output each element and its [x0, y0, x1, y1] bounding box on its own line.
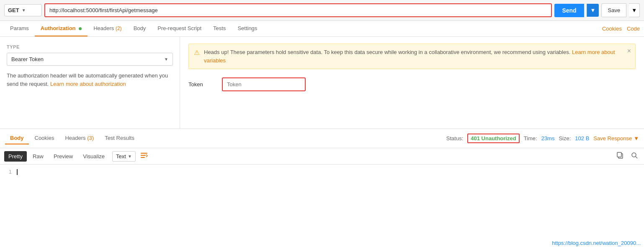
- cursor: [17, 169, 18, 175]
- response-tabs: Body Cookies Headers (3) Test Results: [5, 132, 139, 144]
- resp-tab-body-label: Body: [10, 135, 24, 141]
- size-label: Size:: [559, 135, 571, 142]
- alert-icon: ⚠: [194, 49, 200, 57]
- svg-point-5: [632, 153, 636, 157]
- svg-rect-1: [141, 155, 146, 156]
- response-header: Body Cookies Headers (3) Test Results St…: [0, 129, 644, 148]
- line-number-1: 1: [0, 169, 17, 175]
- top-bar: GET ▼ Send ▼ Save ▼: [0, 0, 644, 21]
- url-input[interactable]: [45, 4, 551, 16]
- tab-tests-label: Tests: [213, 25, 226, 31]
- copy-icon[interactable]: [615, 151, 626, 162]
- fmt-raw-label: Raw: [33, 153, 44, 160]
- tab-params-label: Params: [10, 25, 29, 31]
- resp-tab-body[interactable]: Body: [5, 132, 29, 144]
- fmt-preview-label: Preview: [54, 153, 73, 160]
- method-value: GET: [8, 7, 19, 13]
- save-dropdown-button[interactable]: ▼: [629, 3, 640, 17]
- method-chevron-icon: ▼: [22, 8, 26, 13]
- tab-body-label: Body: [134, 25, 146, 31]
- response-meta: Status: 401 Unauthorized Time: 23ms Size…: [446, 134, 639, 143]
- resp-tab-cookies[interactable]: Cookies: [30, 132, 59, 144]
- token-input[interactable]: [223, 78, 305, 90]
- fmt-tab-visualize[interactable]: Visualize: [79, 151, 109, 162]
- send-button[interactable]: Send: [554, 4, 584, 17]
- request-tabs-bar: Params Authorization Headers (2) Body Pr…: [0, 21, 644, 37]
- auth-type-value: Bearer Token: [11, 56, 44, 62]
- token-row: Token: [188, 77, 636, 91]
- status-value: 401 Unauthorized: [467, 134, 519, 143]
- tabs-right: Cookies Code: [602, 26, 640, 32]
- tab-authorization-label: Authorization: [41, 25, 76, 31]
- time-value: 23ms: [541, 135, 555, 142]
- wrap-button[interactable]: [140, 151, 148, 162]
- tab-params[interactable]: Params: [4, 21, 35, 36]
- code-line-1: 1: [0, 169, 644, 175]
- tab-headers[interactable]: Headers (2): [88, 21, 127, 36]
- tab-authorization[interactable]: Authorization: [35, 21, 88, 36]
- tab-tests[interactable]: Tests: [207, 21, 232, 36]
- line-content-1[interactable]: [17, 169, 18, 175]
- svg-rect-0: [141, 153, 147, 154]
- authorization-active-dot: [79, 27, 82, 30]
- alert-box: ⚠ Heads up! These parameters hold sensit…: [188, 44, 636, 69]
- url-input-wrapper: [44, 3, 552, 17]
- tab-body[interactable]: Body: [128, 21, 152, 36]
- search-icon[interactable]: [629, 151, 640, 162]
- fmt-icons-right: [615, 151, 640, 162]
- alert-text: Heads up! These parameters hold sensitiv…: [204, 48, 630, 64]
- tab-headers-label: Headers: [93, 25, 114, 31]
- send-dropdown-button[interactable]: ▼: [587, 4, 599, 17]
- svg-rect-4: [617, 152, 621, 157]
- fmt-tab-pretty[interactable]: Pretty: [4, 151, 27, 162]
- size-value: 102 B: [575, 135, 589, 142]
- text-format-select[interactable]: Text ▼: [112, 151, 136, 162]
- resp-tab-headers[interactable]: Headers (3): [60, 132, 99, 144]
- code-area: 1: [0, 165, 644, 198]
- resp-tab-headers-label: Headers: [65, 135, 85, 141]
- save-response-chevron-icon: ▼: [634, 135, 639, 142]
- save-button[interactable]: Save: [601, 3, 626, 17]
- type-label: TYPE: [7, 44, 173, 49]
- response-section: Body Cookies Headers (3) Test Results St…: [0, 129, 644, 198]
- headers-badge: (2): [116, 26, 122, 31]
- auth-right-panel: ⚠ Heads up! These parameters hold sensit…: [180, 37, 644, 129]
- tab-settings-label: Settings: [237, 25, 257, 31]
- auth-description: The authorization header will be automat…: [7, 72, 173, 88]
- auth-type-select[interactable]: Bearer Token ▼: [7, 53, 173, 66]
- text-format-label: Text: [116, 153, 126, 160]
- fmt-tab-raw[interactable]: Raw: [28, 151, 48, 162]
- resp-headers-badge: (3): [87, 135, 94, 141]
- auth-learn-more-link[interactable]: Learn more about authorization: [50, 81, 126, 87]
- save-dropdown-chevron-icon: ▼: [631, 7, 637, 13]
- content-area: TYPE Bearer Token ▼ The authorization he…: [0, 37, 644, 129]
- resp-tab-cookies-label: Cookies: [35, 135, 54, 141]
- tab-prerequest[interactable]: Pre-request Script: [152, 21, 207, 36]
- alert-close-button[interactable]: ×: [627, 47, 631, 55]
- fmt-tab-preview[interactable]: Preview: [49, 151, 77, 162]
- auth-left-panel: TYPE Bearer Token ▼ The authorization he…: [0, 37, 180, 129]
- auth-type-chevron-icon: ▼: [164, 57, 168, 62]
- save-response-button[interactable]: Save Response ▼: [593, 135, 639, 142]
- fmt-pretty-label: Pretty: [8, 153, 23, 160]
- token-input-wrapper: [222, 77, 306, 91]
- cookies-link[interactable]: Cookies: [602, 26, 622, 32]
- method-select[interactable]: GET ▼: [4, 4, 42, 16]
- alert-message: Heads up! These parameters hold sensitiv…: [204, 49, 570, 55]
- svg-rect-2: [141, 157, 145, 158]
- tab-settings[interactable]: Settings: [232, 21, 263, 36]
- text-format-chevron-icon: ▼: [128, 154, 132, 159]
- resp-tab-test-results-label: Test Results: [105, 135, 134, 141]
- send-dropdown-chevron-icon: ▼: [590, 7, 596, 13]
- code-link[interactable]: Code: [627, 26, 640, 32]
- time-label: Time:: [524, 135, 537, 142]
- tab-prerequest-label: Pre-request Script: [157, 25, 201, 31]
- token-label: Token: [188, 81, 214, 87]
- status-label: Status:: [446, 135, 463, 142]
- format-bar: Pretty Raw Preview Visualize Text ▼: [0, 148, 644, 165]
- fmt-visualize-label: Visualize: [83, 153, 105, 160]
- save-response-label: Save Response: [593, 135, 632, 142]
- svg-line-6: [636, 157, 637, 158]
- resp-tab-test-results[interactable]: Test Results: [100, 132, 139, 144]
